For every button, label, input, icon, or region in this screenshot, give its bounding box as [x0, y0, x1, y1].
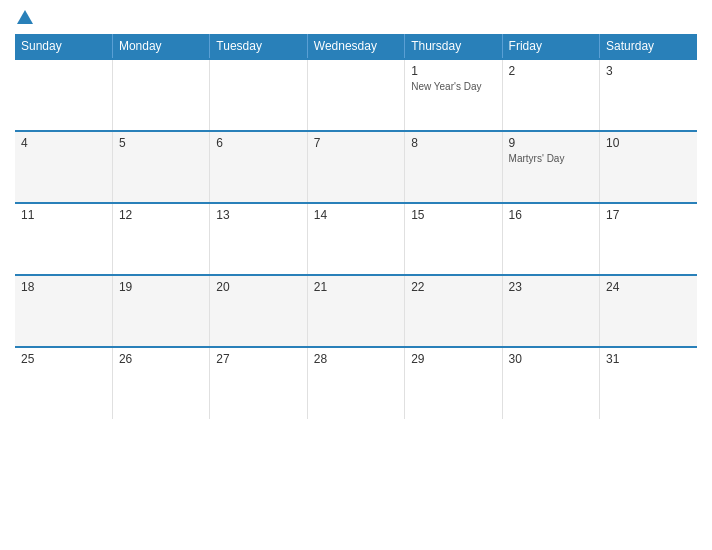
day-number: 20 — [216, 280, 300, 294]
calendar-cell: 16 — [502, 203, 599, 275]
calendar-cell: 21 — [307, 275, 404, 347]
calendar-cell — [210, 59, 307, 131]
day-number: 10 — [606, 136, 691, 150]
weekday-header-sunday: Sunday — [15, 34, 112, 59]
calendar-cell: 6 — [210, 131, 307, 203]
calendar-cell: 17 — [600, 203, 697, 275]
calendar-cell: 15 — [405, 203, 502, 275]
calendar-cell: 14 — [307, 203, 404, 275]
calendar-cell: 10 — [600, 131, 697, 203]
week-row-1: 1New Year's Day23 — [15, 59, 697, 131]
day-number: 8 — [411, 136, 495, 150]
calendar-cell — [15, 59, 112, 131]
day-number: 3 — [606, 64, 691, 78]
day-number: 4 — [21, 136, 106, 150]
day-number: 14 — [314, 208, 398, 222]
calendar-cell: 9Martyrs' Day — [502, 131, 599, 203]
calendar-page: SundayMondayTuesdayWednesdayThursdayFrid… — [0, 0, 712, 550]
calendar-cell: 22 — [405, 275, 502, 347]
day-number: 5 — [119, 136, 203, 150]
calendar-cell: 28 — [307, 347, 404, 419]
calendar-cell: 5 — [112, 131, 209, 203]
calendar-cell: 1New Year's Day — [405, 59, 502, 131]
day-number: 29 — [411, 352, 495, 366]
calendar-cell: 27 — [210, 347, 307, 419]
logo-triangle-icon — [17, 10, 33, 24]
calendar-cell: 12 — [112, 203, 209, 275]
day-number: 12 — [119, 208, 203, 222]
calendar-cell: 23 — [502, 275, 599, 347]
calendar-cell: 20 — [210, 275, 307, 347]
day-number: 19 — [119, 280, 203, 294]
calendar-header: SundayMondayTuesdayWednesdayThursdayFrid… — [15, 34, 697, 59]
calendar-cell: 29 — [405, 347, 502, 419]
week-row-4: 18192021222324 — [15, 275, 697, 347]
weekday-header-saturday: Saturday — [600, 34, 697, 59]
holiday-label: New Year's Day — [411, 80, 495, 93]
weekday-header-thursday: Thursday — [405, 34, 502, 59]
weekday-header-row: SundayMondayTuesdayWednesdayThursdayFrid… — [15, 34, 697, 59]
logo — [15, 10, 33, 26]
calendar-body: 1New Year's Day23456789Martyrs' Day10111… — [15, 59, 697, 419]
calendar-cell: 26 — [112, 347, 209, 419]
day-number: 17 — [606, 208, 691, 222]
week-row-3: 11121314151617 — [15, 203, 697, 275]
day-number: 28 — [314, 352, 398, 366]
day-number: 15 — [411, 208, 495, 222]
day-number: 31 — [606, 352, 691, 366]
calendar-cell — [112, 59, 209, 131]
day-number: 6 — [216, 136, 300, 150]
calendar-cell: 8 — [405, 131, 502, 203]
calendar-cell: 30 — [502, 347, 599, 419]
day-number: 27 — [216, 352, 300, 366]
day-number: 9 — [509, 136, 593, 150]
day-number: 24 — [606, 280, 691, 294]
day-number: 11 — [21, 208, 106, 222]
calendar-cell: 24 — [600, 275, 697, 347]
holiday-label: Martyrs' Day — [509, 152, 593, 165]
calendar-cell: 4 — [15, 131, 112, 203]
calendar-cell: 19 — [112, 275, 209, 347]
calendar-cell: 11 — [15, 203, 112, 275]
calendar-cell: 3 — [600, 59, 697, 131]
weekday-header-tuesday: Tuesday — [210, 34, 307, 59]
day-number: 22 — [411, 280, 495, 294]
day-number: 13 — [216, 208, 300, 222]
day-number: 7 — [314, 136, 398, 150]
calendar-cell: 2 — [502, 59, 599, 131]
week-row-2: 456789Martyrs' Day10 — [15, 131, 697, 203]
calendar-cell: 7 — [307, 131, 404, 203]
day-number: 16 — [509, 208, 593, 222]
weekday-header-friday: Friday — [502, 34, 599, 59]
day-number: 26 — [119, 352, 203, 366]
calendar-cell — [307, 59, 404, 131]
day-number: 25 — [21, 352, 106, 366]
day-number: 30 — [509, 352, 593, 366]
calendar-cell: 31 — [600, 347, 697, 419]
day-number: 23 — [509, 280, 593, 294]
calendar-cell: 18 — [15, 275, 112, 347]
day-number: 1 — [411, 64, 495, 78]
header — [15, 10, 697, 26]
day-number: 21 — [314, 280, 398, 294]
week-row-5: 25262728293031 — [15, 347, 697, 419]
day-number: 2 — [509, 64, 593, 78]
calendar-cell: 25 — [15, 347, 112, 419]
calendar-cell: 13 — [210, 203, 307, 275]
weekday-header-wednesday: Wednesday — [307, 34, 404, 59]
calendar-table: SundayMondayTuesdayWednesdayThursdayFrid… — [15, 34, 697, 419]
weekday-header-monday: Monday — [112, 34, 209, 59]
day-number: 18 — [21, 280, 106, 294]
